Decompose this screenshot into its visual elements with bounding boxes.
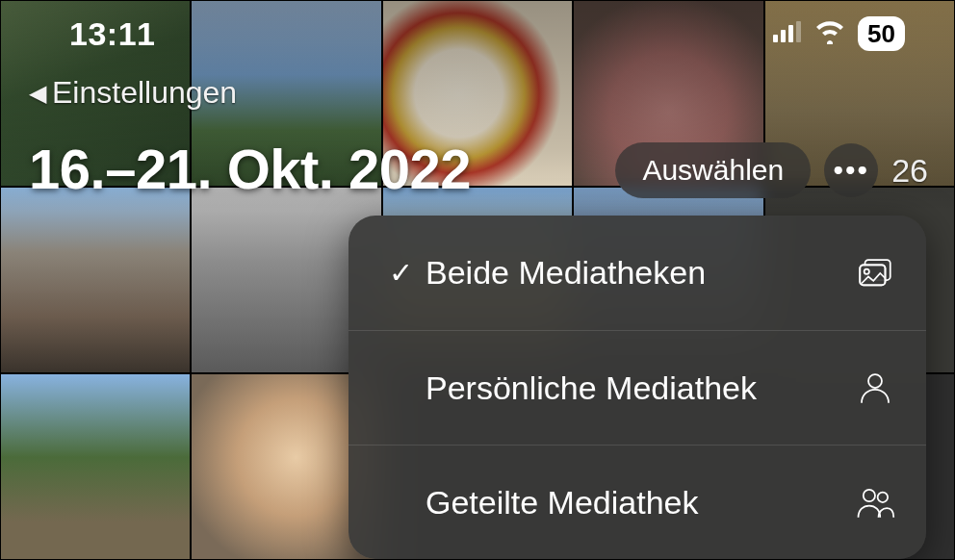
menu-item-both-libraries[interactable]: ✓ Beide Mediatheken xyxy=(348,216,926,330)
status-time: 13:11 xyxy=(69,15,155,53)
svg-rect-0 xyxy=(773,35,778,42)
svg-rect-1 xyxy=(781,30,786,42)
menu-item-personal-library[interactable]: Persönliche Mediathek xyxy=(348,330,926,445)
select-label: Auswählen xyxy=(642,154,784,186)
svg-rect-2 xyxy=(788,25,793,42)
ellipsis-icon: ••• xyxy=(833,154,869,187)
photos-app-viewport: 0 13:11 50 ◀ Einstellungen 16.–21. Okt. … xyxy=(0,0,955,560)
menu-item-shared-library[interactable]: Geteilte Mediathek xyxy=(348,445,926,559)
svg-point-9 xyxy=(864,490,875,501)
back-label: Einstellungen xyxy=(52,75,237,111)
library-filter-menu: ✓ Beide Mediatheken Persönliche Mediathe… xyxy=(348,216,926,559)
person-icon xyxy=(841,368,895,408)
menu-item-label: Beide Mediatheken xyxy=(426,254,841,292)
people-icon xyxy=(841,482,895,522)
battery-level: 50 xyxy=(867,19,895,49)
menu-item-label: Persönliche Mediathek xyxy=(426,369,841,407)
status-bar: 13:11 50 xyxy=(0,0,955,67)
back-caret-icon: ◀ xyxy=(29,82,46,105)
photo-thumbnail[interactable] xyxy=(0,373,191,560)
status-indicators: 50 xyxy=(773,16,905,51)
select-button[interactable]: Auswählen xyxy=(615,142,811,198)
date-range-title: 16.–21. Okt. 2022 xyxy=(29,137,471,201)
svg-point-10 xyxy=(878,493,889,503)
more-button[interactable]: ••• xyxy=(824,143,878,197)
menu-item-label: Geteilte Mediathek xyxy=(426,484,841,522)
checkmark-icon: ✓ xyxy=(375,256,426,290)
svg-rect-3 xyxy=(796,21,801,42)
svg-point-8 xyxy=(868,374,882,388)
battery-indicator: 50 xyxy=(858,16,905,51)
cellular-signal-icon xyxy=(773,21,802,46)
photo-count: 26 xyxy=(891,152,928,190)
back-button[interactable]: ◀ Einstellungen xyxy=(29,75,237,111)
top-actions: Auswählen ••• 26 xyxy=(615,142,928,198)
photo-thumbnail[interactable] xyxy=(0,187,191,373)
stacked-photos-icon xyxy=(841,253,895,293)
wifi-icon xyxy=(813,19,846,48)
